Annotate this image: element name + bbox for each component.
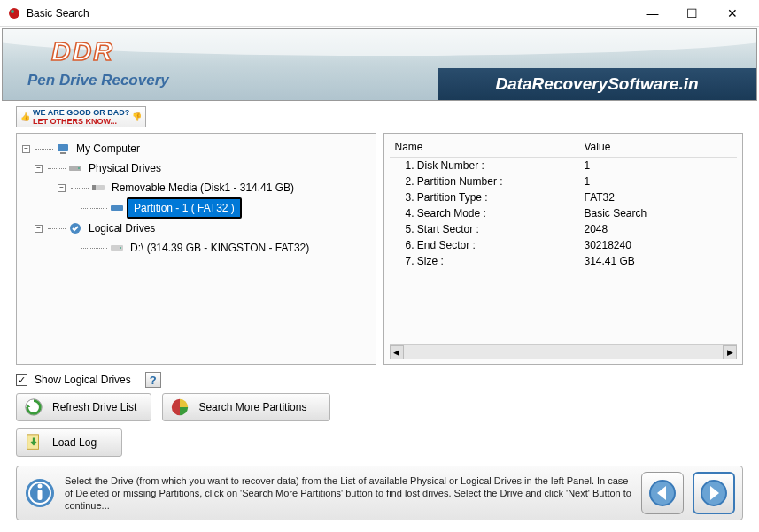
- svg-point-17: [38, 484, 43, 489]
- close-button[interactable]: ✕: [712, 0, 752, 27]
- svg-point-0: [9, 8, 19, 19]
- svg-point-5: [78, 167, 80, 169]
- detail-value: FAT32: [585, 189, 615, 205]
- tree-partition-1[interactable]: Partition - 1 ( FAT32 ): [81, 197, 370, 219]
- tree-removable-media[interactable]: − Removable Media (Disk1 - 314.41 GB): [58, 178, 370, 197]
- tree-label: Logical Drives: [85, 219, 159, 238]
- col-header-value[interactable]: Value: [585, 141, 611, 153]
- back-button[interactable]: [641, 472, 684, 514]
- load-log-icon: [24, 433, 43, 452]
- tree-label-selected: Partition - 1 ( FAT32 ): [127, 197, 242, 219]
- tree-physical-drives[interactable]: − Physical Drives: [35, 158, 370, 178]
- details-row[interactable]: 5. Start Sector :2048: [390, 221, 738, 237]
- collapse-icon[interactable]: −: [22, 145, 30, 153]
- logo-text: DDR: [51, 36, 114, 66]
- details-row[interactable]: 3. Partition Type :FAT32: [390, 189, 738, 205]
- detail-name: 6. End Sector :: [390, 237, 585, 253]
- search-more-partitions-button[interactable]: Search More Partitions: [162, 393, 330, 421]
- titlebar: Basic Search — ☐ ✕: [0, 0, 759, 27]
- usb-drive-icon: [91, 181, 105, 195]
- collapse-icon[interactable]: −: [35, 165, 43, 173]
- button-label: Refresh Drive List: [52, 401, 136, 413]
- tree-label: My Computer: [73, 139, 143, 158]
- tree-label: D:\ (314.39 GB - KINGSTON - FAT32): [127, 238, 313, 258]
- detail-name: 5. Start Sector :: [390, 221, 585, 237]
- help-button[interactable]: ?: [145, 372, 161, 388]
- show-logical-label: Show Logical Drives: [35, 374, 131, 386]
- svg-rect-2: [58, 144, 68, 151]
- app-icon: [7, 6, 21, 20]
- drive-icon: [110, 241, 124, 255]
- scroll-left-icon[interactable]: ◀: [390, 345, 404, 359]
- detail-name: 3. Partition Type :: [390, 189, 585, 205]
- svg-point-11: [120, 247, 121, 249]
- next-arrow-icon: [700, 479, 728, 507]
- detail-name: 4. Search Mode :: [390, 205, 585, 221]
- review-line1: WE ARE GOOD OR BAD?: [33, 108, 129, 117]
- product-name: Pen Drive Recovery: [27, 72, 169, 89]
- details-row[interactable]: 1. Disk Number :1: [390, 158, 738, 173]
- detail-name: 7. Size :: [390, 253, 585, 269]
- details-row[interactable]: 4. Search Mode :Basic Search: [390, 205, 738, 221]
- footer-bar: Select the Drive (from which you want to…: [16, 466, 743, 520]
- brand-url: DataRecoverySoftware.in: [495, 74, 698, 94]
- partition-icon: [110, 201, 124, 215]
- button-label: Load Log: [52, 436, 97, 449]
- detail-value: 30218240: [585, 237, 631, 253]
- computer-icon: [56, 142, 70, 156]
- detail-value: Basic Search: [585, 205, 647, 221]
- next-button[interactable]: [693, 472, 735, 514]
- detail-value: 314.41 GB: [585, 253, 635, 269]
- detail-name: 1. Disk Number :: [390, 158, 585, 173]
- tree-label: Physical Drives: [85, 158, 165, 178]
- tree-label: Removable Media (Disk1 - 314.41 GB): [108, 178, 298, 197]
- scroll-track[interactable]: [404, 345, 724, 359]
- minimize-button[interactable]: —: [632, 0, 672, 27]
- pie-chart-icon: [170, 397, 190, 417]
- refresh-icon: [24, 397, 43, 417]
- details-row[interactable]: 6. End Sector :30218240: [390, 237, 738, 253]
- review-button[interactable]: 👍 WE ARE GOOD OR BAD? LET OTHERS KNOW...…: [16, 106, 146, 127]
- window-title: Basic Search: [27, 7, 89, 19]
- svg-rect-8: [111, 205, 123, 211]
- banner: DDR Pen Drive Recovery DataRecoverySoftw…: [2, 28, 757, 101]
- collapse-icon[interactable]: −: [35, 225, 43, 233]
- scroll-right-icon[interactable]: ▶: [723, 345, 737, 359]
- detail-value: 1: [585, 158, 591, 173]
- details-panel: Name Value 1. Disk Number :12. Partition…: [383, 133, 744, 365]
- details-row[interactable]: 2. Partition Number :1: [390, 173, 738, 189]
- detail-value: 1: [585, 173, 591, 189]
- refresh-drive-list-button[interactable]: Refresh Drive List: [16, 393, 151, 421]
- brand-strip: DataRecoverySoftware.in: [438, 68, 756, 100]
- detail-value: 2048: [585, 221, 608, 237]
- review-line2: LET OTHERS KNOW...: [33, 117, 117, 126]
- detail-name: 2. Partition Number :: [390, 173, 585, 189]
- tree-drive-d[interactable]: D:\ (314.39 GB - KINGSTON - FAT32): [81, 238, 370, 258]
- thumbs-up-icon: 👍: [20, 112, 30, 121]
- collapse-icon[interactable]: −: [58, 184, 66, 192]
- footer-text: Select the Drive (from which you want to…: [65, 474, 632, 512]
- button-label: Search More Partitions: [198, 401, 306, 413]
- tree-my-computer[interactable]: − My Computer: [22, 139, 370, 158]
- load-log-button[interactable]: Load Log: [16, 428, 122, 457]
- logical-drive-icon: [68, 221, 82, 235]
- col-header-name[interactable]: Name: [390, 141, 585, 153]
- info-icon: [24, 477, 56, 509]
- back-arrow-icon: [648, 479, 677, 507]
- details-row[interactable]: 7. Size :314.41 GB: [390, 253, 738, 269]
- details-header: Name Value: [390, 139, 738, 158]
- svg-rect-18: [38, 490, 43, 500]
- svg-point-1: [11, 10, 14, 13]
- show-logical-checkbox[interactable]: ✓: [16, 374, 27, 386]
- maximize-button[interactable]: ☐: [672, 0, 712, 27]
- svg-rect-7: [92, 185, 96, 190]
- thumbs-down-icon: 👎: [132, 112, 142, 121]
- svg-rect-3: [60, 152, 66, 154]
- horizontal-scrollbar[interactable]: ◀ ▶: [390, 344, 738, 359]
- drive-tree-panel: − My Computer − Physical Drives − Remova…: [16, 133, 376, 365]
- tree-logical-drives[interactable]: − Logical Drives: [35, 219, 370, 238]
- drive-icon: [68, 161, 82, 175]
